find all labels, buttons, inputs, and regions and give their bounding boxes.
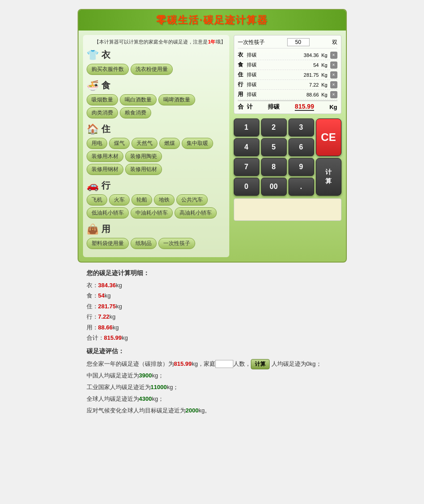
- detail-transport-label: 行：: [87, 313, 98, 320]
- btn-baijiu[interactable]: 喝白酒数量: [120, 94, 157, 105]
- emission-row-use: 用 排碳 88.66 Kg ×: [238, 90, 337, 100]
- btn-clothing-count[interactable]: 购买衣服件数: [87, 64, 129, 75]
- btn-beer[interactable]: 喝啤酒数量: [158, 94, 195, 105]
- btn-2[interactable]: 2: [261, 118, 287, 136]
- housing-title: 住: [101, 123, 110, 135]
- detail-use-value: 88.66: [98, 324, 113, 331]
- food-icon: 🍜: [87, 80, 99, 92]
- eval-per-capita: 人均碳足迹为0kg；: [270, 360, 322, 367]
- eval-prefix: 您全家一年的碳足迹（碳排放）为: [87, 360, 174, 367]
- food-section: 🍜 食 吸烟数量 喝白酒数量 喝啤酒数量 肉类消费 粮食消费: [87, 79, 226, 118]
- btn-steel[interactable]: 装修用钢材: [87, 164, 123, 175]
- housing-header: 🏠 住: [87, 123, 226, 135]
- transport-icon: 🚗: [87, 180, 99, 192]
- notice-bar: 【本计算器可以计算您的家庭全年的碳足迹，注意是1年哦】: [87, 39, 226, 45]
- btn-airplane[interactable]: 飞机: [87, 194, 107, 206]
- target-value: 2000: [186, 407, 199, 414]
- detail-clothing-value: 384.36: [98, 282, 116, 289]
- btn-heating[interactable]: 集中取暖: [182, 138, 213, 149]
- btn-aluminum[interactable]: 装修用铝材: [125, 164, 162, 175]
- btn-grain[interactable]: 粮食消费: [120, 107, 151, 118]
- btn-high-car[interactable]: 高油耗小轿车: [175, 207, 217, 219]
- summary-box: 一次性筷子 双 衣 排碳 384.36 Kg × 食 排碳: [234, 35, 341, 114]
- btn-ship[interactable]: 轮船: [131, 194, 152, 206]
- detail-housing-label: 住：: [87, 303, 98, 310]
- btn-calculate[interactable]: 计算: [316, 158, 341, 196]
- chopsticks-input[interactable]: [287, 38, 310, 46]
- btn-9[interactable]: 9: [288, 158, 314, 176]
- china-avg-value: 3900: [139, 372, 152, 379]
- close-food[interactable]: ×: [330, 61, 337, 69]
- close-use[interactable]: ×: [330, 91, 337, 98]
- calc-eval-button[interactable]: 计算: [251, 359, 270, 369]
- btn-low-car[interactable]: 低油耗小轿车: [87, 207, 129, 219]
- btn-wood[interactable]: 装修用木材: [87, 151, 123, 162]
- transport-title: 行: [101, 180, 110, 192]
- btn-3[interactable]: 3: [288, 118, 314, 136]
- btn-5[interactable]: 5: [261, 138, 287, 156]
- housing-section: 🏠 住 用电 煤气 天然气 燃煤 集中取暖 装修用木材 装修用陶瓷: [87, 123, 226, 175]
- btn-ce[interactable]: CE: [316, 118, 341, 156]
- detail-housing: 住：281.75kg: [87, 301, 338, 311]
- transport-buttons-row2: 低油耗小轿车 中油耗小轿车 高油耗小轿车: [87, 207, 226, 219]
- btn-4[interactable]: 4: [234, 138, 259, 156]
- btn-0[interactable]: 0: [234, 178, 259, 196]
- detail-total: 合计：815.99kg: [87, 333, 338, 343]
- detail-use: 用：88.66kg: [87, 322, 338, 333]
- eval-mid: kg，家庭: [192, 360, 215, 367]
- chopsticks-unit: 双: [332, 39, 337, 46]
- emission-cat-housing: 住: [238, 71, 247, 79]
- family-count-input[interactable]: [215, 360, 233, 368]
- btn-natural-gas[interactable]: 天然气: [131, 138, 157, 149]
- btn-6[interactable]: 6: [288, 138, 314, 156]
- industrial-prefix: 工业国家人均碳足迹近为: [87, 384, 151, 390]
- eval-title: 碳足迹评估：: [87, 347, 338, 355]
- use-header: 👜 用: [87, 223, 226, 235]
- btn-smoking[interactable]: 吸烟数量: [87, 94, 118, 105]
- btn-paper[interactable]: 纸制品: [131, 238, 157, 249]
- btn-mid-car[interactable]: 中油耗小轿车: [131, 207, 173, 219]
- btn-plastic-bag[interactable]: 塑料袋使用量: [87, 238, 129, 249]
- detail-transport: 行：7.22kg: [87, 311, 338, 322]
- emission-row-clothing: 衣 排碳 384.36 Kg ×: [238, 50, 337, 60]
- detail-total-value: 815.99: [104, 334, 122, 341]
- detail-transport-value: 7.22: [98, 313, 109, 320]
- detail-use-unit: kg: [113, 324, 119, 331]
- housing-buttons-row2: 装修用木材 装修用陶瓷: [87, 151, 226, 162]
- btn-00[interactable]: 00: [261, 178, 287, 196]
- clothing-header: 👕 衣: [87, 49, 226, 61]
- target-prefix: 应对气候变化全球人均目标碳足迹近为: [87, 407, 186, 414]
- btn-train[interactable]: 火车: [109, 194, 130, 206]
- btn-coal[interactable]: 燃煤: [159, 138, 180, 149]
- detail-total-label: 合计：: [87, 334, 104, 341]
- btn-bus[interactable]: 公共汽车: [176, 194, 208, 206]
- use-icon: 👜: [87, 224, 99, 235]
- close-housing[interactable]: ×: [330, 71, 337, 79]
- btn-detergent[interactable]: 洗衣粉使用量: [131, 64, 173, 75]
- btn-dot[interactable]: .: [288, 178, 314, 196]
- food-buttons-row1: 吸烟数量 喝白酒数量 喝啤酒数量: [87, 94, 226, 105]
- btn-gas-coal[interactable]: 煤气: [109, 138, 130, 149]
- detail-food: 食：54kg: [87, 290, 338, 301]
- btn-7[interactable]: 7: [234, 158, 259, 176]
- calc-header: 零碳生活·碳足迹计算器: [79, 10, 346, 31]
- keypad: 1 2 3 CE 4 5 6 7 8 9 计算 0 00 .: [234, 118, 341, 196]
- transport-section: 🚗 行 飞机 火车 轮船 地铁 公共汽车 低油耗小轿车 中油耗小轿车 高油耗小轿…: [87, 180, 226, 219]
- clothing-section: 👕 衣 购买衣服件数 洗衣粉使用量: [87, 49, 226, 75]
- close-clothing[interactable]: ×: [330, 52, 337, 59]
- use-buttons: 塑料袋使用量 纸制品 一次性筷子: [87, 238, 226, 249]
- btn-electricity[interactable]: 用电: [87, 138, 107, 149]
- global-suffix: kg；: [152, 395, 164, 402]
- btn-8[interactable]: 8: [261, 158, 287, 176]
- btn-meat[interactable]: 肉类消费: [87, 107, 118, 118]
- detail-clothing: 衣：384.36kg: [87, 280, 338, 290]
- close-transport[interactable]: ×: [330, 81, 337, 88]
- btn-1[interactable]: 1: [234, 118, 259, 136]
- transport-header: 🚗 行: [87, 180, 226, 192]
- clothing-icon: 👕: [87, 49, 99, 61]
- btn-ceramic[interactable]: 装修用陶瓷: [125, 151, 162, 162]
- notice-year: 1年: [208, 39, 215, 44]
- detail-total-unit: kg: [122, 334, 128, 341]
- btn-subway[interactable]: 地铁: [154, 194, 175, 206]
- btn-chopsticks[interactable]: 一次性筷子: [158, 238, 195, 249]
